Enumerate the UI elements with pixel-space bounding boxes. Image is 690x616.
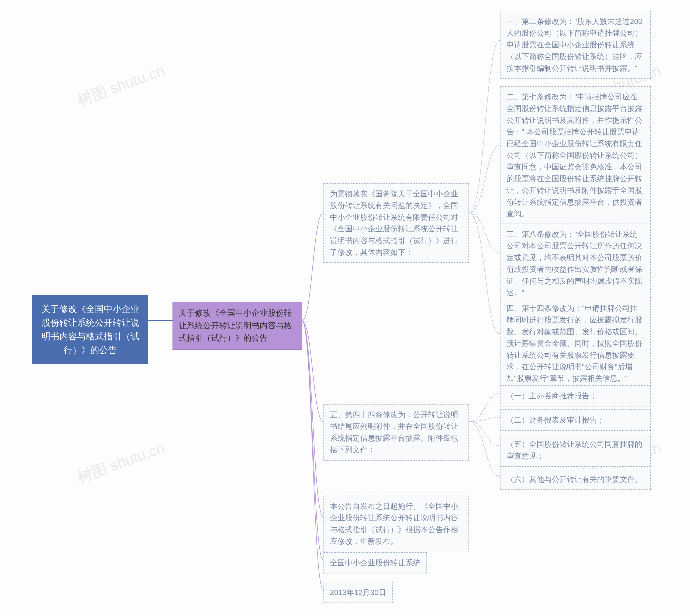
level3-intro[interactable]: 为贯彻落实《国务院关于全国中小企业股份转让系统有关问题的决定》，全国中小企业股份… [323,183,469,263]
level3-date[interactable]: 2013年12月30日 [323,582,393,603]
mindmap-canvas: 关于修改《全国中小企业股份转让系统公开转让说明书内容与格式指引（试行）》的公告 … [0,0,690,616]
level4-b1[interactable]: （一）主办券商推荐报告； [500,385,651,406]
level4-a1[interactable]: 一、第二条修改为："股东人数未超过200人的股份公司（以下简称申请挂牌公司）申请… [500,11,651,79]
level3-item5[interactable]: 五、第四十四条修改为：公开转让说明书结尾应列明附件，并在全国股份转让系统指定信息… [323,404,469,461]
level4-b6[interactable]: （六）其他与公开转让有关的重要文件。 [500,469,651,490]
level4-a4[interactable]: 四、第十四条修改为："申请挂牌公司挂牌同时进行股票发行的，应披露拟发行股数、发行… [500,298,651,389]
level4-a2[interactable]: 二、第七条修改为："申请挂牌公司应在全国股份转让系统指定信息披露平台披露公开转让… [500,86,651,224]
level3-effective[interactable]: 本公告自发布之日起施行。《全国中小企业股份转让系统公开转让说明书内容与格式指引（… [323,496,469,552]
level2-node[interactable]: 关于修改《全国中小企业股份转让系统公开转让说明书内容与格式指引（试行）》的公告 [172,302,302,350]
level4-b5[interactable]: （五）全国股份转让系统公司同意挂牌的审查意见； [500,434,651,467]
level4-b2[interactable]: （二）财务报表及审计报告； [500,410,651,431]
level3-issuer[interactable]: 全国中小企业股份转让系统 [323,552,427,573]
level4-a3[interactable]: 三、第八条修改为："全国股份转让系统公司对本公司股票公开转让所作的任何决定或意见… [500,224,651,303]
root-node[interactable]: 关于修改《全国中小企业股份转让系统公开转让说明书内容与格式指引（试行）》的公告 [32,295,148,364]
